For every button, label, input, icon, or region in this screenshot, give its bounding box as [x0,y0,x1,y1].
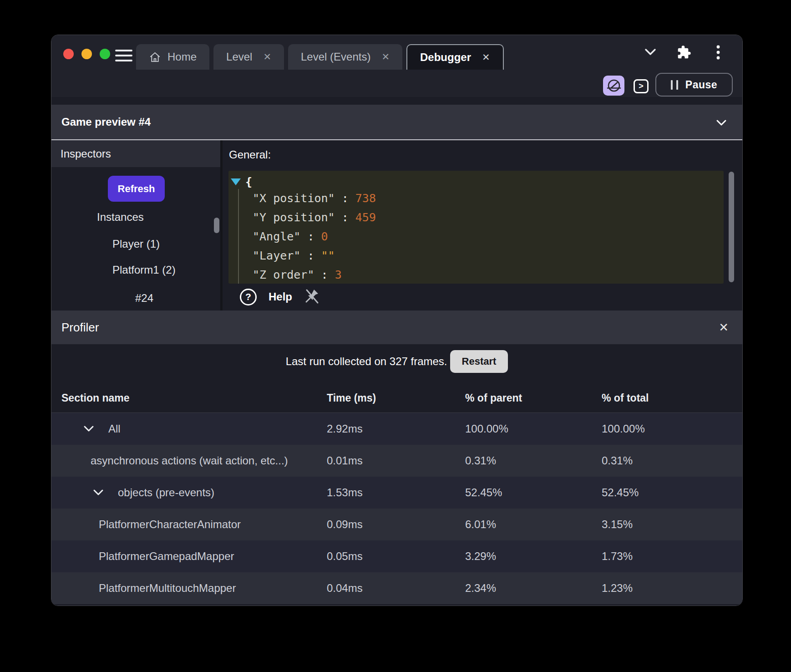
column-header-time: Time (ms) [327,392,465,404]
tab-level[interactable]: Level ✕ [213,44,284,70]
profiler-table-header: Section name Time (ms) % of parent % of … [51,383,742,413]
table-row-character-animator[interactable]: PlatformerCharacterAnimator 0.09ms 6.01%… [51,509,742,540]
desktop-background: Home Level ✕ Level (Events) ✕ Debugger ✕ [0,0,791,672]
game-preview-header[interactable]: Game preview #4 [51,105,742,140]
tab-home[interactable]: Home [136,44,209,70]
percent-parent-value: 6.01% [465,518,602,531]
json-property-x-position: "X position" : 738 [253,189,724,208]
percent-parent-value: 3.29% [465,550,602,563]
inspectors-panel: Inspectors Refresh Instances Player (1) … [51,140,220,311]
percent-parent-value: 0.31% [465,454,602,467]
close-tab-icon[interactable]: ✕ [263,51,271,62]
json-root-row: { [228,171,724,189]
percent-total-value: 1.73% [602,550,742,563]
maximize-window-button[interactable] [100,49,110,59]
tree-item-instances[interactable]: Instances [97,210,144,224]
column-header-percent-parent: % of parent [465,392,602,404]
section-name: asynchronous actions (wait action, etc..… [91,454,288,467]
pause-label: Pause [685,79,717,91]
refresh-button[interactable]: Refresh [108,176,165,202]
tab-label: Home [167,51,197,63]
profiler-header: Profiler ✕ [51,311,742,344]
percent-total-value: 0.31% [602,454,742,467]
tab-bar: Home Level ✕ Level (Events) ✕ Debugger ✕ [136,44,504,70]
percent-parent-value: 2.34% [465,582,602,595]
tab-debugger[interactable]: Debugger ✕ [406,44,504,70]
percent-total-value: 100.00% [602,423,742,435]
json-property-layer: "Layer" : "" [253,246,724,265]
json-tree-view: { "X position" : 738 "Y position" : 459 … [228,171,724,284]
general-section-title: General: [229,148,271,161]
more-options-dots-icon[interactable] [716,44,720,61]
close-profiler-icon[interactable]: ✕ [719,320,729,335]
expand-triangle-icon[interactable] [231,178,241,185]
console-chevron-glyph: > [639,81,644,91]
chevron-down-icon[interactable] [644,48,657,56]
table-row-gamepad-mapper[interactable]: PlatformerGamepadMapper 0.05ms 3.29% 1.7… [51,540,742,572]
column-header-section-name: Section name [51,392,327,404]
debugger-main-area: Inspectors Refresh Instances Player (1) … [51,140,742,311]
close-tab-icon[interactable]: ✕ [482,52,490,63]
close-tab-icon[interactable]: ✕ [381,51,390,62]
pin-off-icon[interactable] [304,288,320,306]
table-row-multitouch-mapper[interactable]: PlatformerMultitouchMapper 0.04ms 2.34% … [51,572,742,604]
time-value: 0.01ms [327,454,465,467]
tab-label: Debugger [420,51,471,64]
game-preview-title: Game preview #4 [61,116,151,128]
inspector-detail-panel: General: { "X position" : 738 "Y positio… [223,140,742,311]
percent-parent-value: 52.45% [465,486,602,499]
titlebar: Home Level ✕ Level (Events) ✕ Debugger ✕ [51,35,742,70]
debugger-window: Home Level ✕ Level (Events) ✕ Debugger ✕ [51,35,742,606]
profiler-status-text: Last run collected on 327 frames. [286,355,447,368]
profiler-title: Profiler [61,321,99,335]
table-row-async-actions[interactable]: asynchronous actions (wait action, etc..… [51,445,742,477]
json-properties: "X position" : 738 "Y position" : 459 "A… [238,189,724,284]
profiler-table-rows: All 2.92ms 100.00% 100.00% asynchronous … [51,413,742,604]
table-row-objects-pre-events[interactable]: objects (pre-events) 1.53ms 52.45% 52.45… [51,477,742,509]
inspectors-scrollbar-thumb[interactable] [214,218,219,233]
help-button[interactable]: Help [269,290,292,303]
debugger-toolbar: > Pause [51,70,742,97]
extensions-puzzle-icon[interactable] [677,45,691,60]
section-name: objects (pre-events) [118,486,214,499]
inspectors-panel-header: Inspectors [51,140,220,167]
open-brace: { [245,175,252,188]
close-window-button[interactable] [63,49,74,59]
percent-total-value: 1.23% [602,582,742,595]
time-value: 0.04ms [327,582,465,595]
console-button[interactable]: > [634,79,649,93]
pause-button[interactable]: Pause [655,73,733,97]
tab-label: Level [226,51,252,63]
section-name: PlatformerCharacterAnimator [99,518,241,531]
time-value: 2.92ms [327,423,465,435]
expand-chevron-icon[interactable] [92,489,104,496]
menu-icon[interactable] [115,50,132,61]
json-property-angle: "Angle" : 0 [253,227,724,246]
tab-level-events[interactable]: Level (Events) ✕ [288,44,402,70]
time-value: 0.05ms [327,550,465,563]
help-question-icon[interactable]: ? [240,289,257,305]
section-name: PlatformerMultitouchMapper [99,582,236,595]
detail-scrollbar-thumb[interactable] [729,172,734,282]
home-icon [149,51,161,63]
minimize-window-button[interactable] [81,49,92,59]
profiler-body: Last run collected on 327 frames. Restar… [51,344,742,606]
json-property-y-position: "Y position" : 459 [253,208,724,227]
traffic-lights [63,49,110,59]
collapse-chevron-icon[interactable] [716,119,727,126]
tab-label: Level (Events) [301,51,370,63]
percent-total-value: 52.45% [602,486,742,499]
tree-item-player[interactable]: Player (1) [112,237,160,251]
profiler-gauge-button[interactable] [603,76,624,96]
table-row-all[interactable]: All 2.92ms 100.00% 100.00% [51,413,742,445]
section-name: All [108,423,121,435]
percent-total-value: 3.15% [602,518,742,531]
section-name: PlatformerGamepadMapper [99,550,234,563]
profiler-status-row: Last run collected on 327 frames. Restar… [51,346,742,377]
restart-button[interactable]: Restart [450,350,508,373]
tree-item-platform1[interactable]: Platform1 (2) [112,263,176,277]
expand-chevron-icon[interactable] [83,425,95,433]
tree-item-instance-24[interactable]: #24 [135,291,153,305]
column-header-percent-total: % of total [602,392,742,404]
help-row: ? Help [240,288,320,306]
